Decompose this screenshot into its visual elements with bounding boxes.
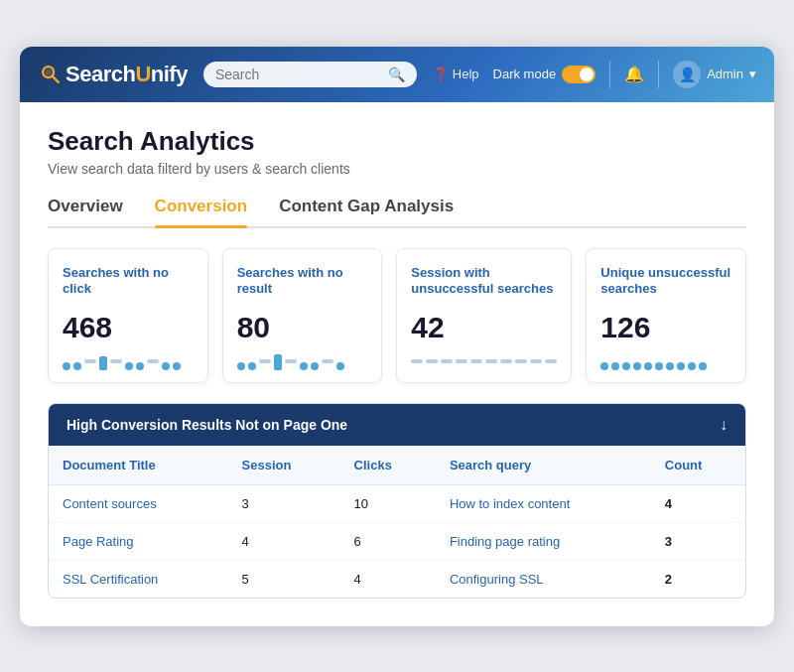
spark-el <box>699 362 707 370</box>
spark-el <box>73 362 81 370</box>
chevron-down-icon: ▾ <box>749 67 756 81</box>
spark-el <box>248 362 256 370</box>
sparkline-1 <box>237 352 368 370</box>
cell-count: 3 <box>651 522 745 560</box>
spark-el <box>633 362 641 370</box>
stat-cards: Searches with no click 468 Searches <box>48 248 746 383</box>
spark-el <box>110 359 122 363</box>
cell-doc-title: Content sources <box>49 484 228 522</box>
col-header-clicks: Clicks <box>340 446 436 485</box>
stat-value-3: 126 <box>600 311 731 344</box>
spark-el <box>611 362 619 370</box>
spark-el <box>515 359 527 363</box>
main-content: Search Analytics View search data filter… <box>20 102 774 626</box>
sparkline-0 <box>63 352 194 370</box>
spark-el <box>677 362 685 370</box>
spark-el <box>688 362 696 370</box>
divider2 <box>658 61 659 88</box>
spark-el <box>622 362 630 370</box>
spark-el <box>274 354 282 370</box>
sparkline-3 <box>600 352 731 370</box>
logo-icon <box>40 64 62 85</box>
stat-label-1: Searches with no result <box>237 265 368 301</box>
tab-overview[interactable]: Overview <box>48 197 123 226</box>
table-row: SSL Certification 5 4 Configuring SSL 2 <box>49 560 745 598</box>
page-subtitle: View search data filterd by users & sear… <box>48 161 746 177</box>
cell-clicks: 6 <box>340 522 436 560</box>
spark-el <box>136 362 144 370</box>
logo-area: SearchUnify <box>38 62 188 87</box>
tab-conversion[interactable]: Conversion <box>155 197 248 226</box>
stat-card-no-result: Searches with no result 80 <box>222 248 383 383</box>
stat-label-0: Searches with no click <box>63 265 194 301</box>
search-input[interactable] <box>215 67 380 82</box>
spark-el <box>644 362 652 370</box>
header: SearchUnify 🔍 ❓ Help Dark mode 🔔 👤 <box>20 47 774 102</box>
bell-icon[interactable]: 🔔 <box>624 65 644 83</box>
spark-el <box>470 359 482 363</box>
col-header-session: Session <box>228 446 340 485</box>
spark-el <box>411 359 423 363</box>
spark-el <box>456 359 467 363</box>
app-window: SearchUnify 🔍 ❓ Help Dark mode 🔔 👤 <box>20 47 774 626</box>
spark-el <box>84 359 96 363</box>
collapse-icon[interactable]: ↓ <box>720 416 728 434</box>
spark-el <box>285 359 297 363</box>
stat-card-unique-unsuccessful: Unique unsuccessful searches 126 <box>586 248 746 383</box>
spark-el <box>336 362 344 370</box>
stat-card-unsuccessful: Session with unsuccessful searches 42 <box>396 248 572 383</box>
cell-search-query: Configuring SSL <box>436 560 651 598</box>
svg-point-2 <box>46 68 52 74</box>
spark-el <box>441 359 453 363</box>
toggle-switch[interactable] <box>562 66 596 83</box>
stat-label-2: Session with unsuccessful searches <box>411 265 557 301</box>
spark-el <box>259 359 271 363</box>
spark-el <box>545 359 557 363</box>
toggle-knob <box>580 67 594 81</box>
tab-content-gap[interactable]: Content Gap Analysis <box>279 197 454 226</box>
search-icon[interactable]: 🔍 <box>388 67 405 82</box>
spark-el <box>500 359 512 363</box>
spark-el <box>655 362 663 370</box>
cell-search-query: How to index content <box>436 484 651 522</box>
col-header-count: Count <box>651 446 745 485</box>
search-bar[interactable]: 🔍 <box>203 62 417 87</box>
table-row: Content sources 3 10 How to index conten… <box>49 484 745 522</box>
spark-el <box>600 362 608 370</box>
stat-card-no-click: Searches with no click 468 <box>48 248 208 383</box>
cell-count: 2 <box>651 560 745 598</box>
table-header-bar[interactable]: High Conversion Results Not on Page One … <box>49 404 745 446</box>
spark-el <box>237 362 245 370</box>
col-header-search-query: Search query <box>436 446 651 485</box>
divider <box>609 61 610 88</box>
spark-el <box>99 356 107 370</box>
table-header-row: Document Title Session Clicks Search que… <box>49 446 745 485</box>
sparkline-2 <box>411 352 557 370</box>
spark-el <box>125 362 133 370</box>
help-icon: ❓ <box>433 67 449 81</box>
help-button[interactable]: ❓ Help <box>433 67 479 81</box>
cell-session: 4 <box>228 522 340 560</box>
spark-el <box>147 359 159 363</box>
stat-value-2: 42 <box>411 311 557 344</box>
page-title: Search Analytics <box>48 126 746 157</box>
cell-clicks: 10 <box>340 484 436 522</box>
cell-doc-title: Page Rating <box>49 522 228 560</box>
spark-el <box>426 359 438 363</box>
spark-el <box>63 362 70 370</box>
table-row: Page Rating 4 6 Finding page rating 3 <box>49 522 745 560</box>
cell-count: 4 <box>651 484 745 522</box>
spark-el <box>322 359 333 363</box>
spark-el <box>173 362 181 370</box>
avatar: 👤 <box>673 61 701 88</box>
admin-button[interactable]: 👤 Admin ▾ <box>673 61 756 88</box>
spark-el <box>530 359 542 363</box>
dark-mode-toggle[interactable]: Dark mode <box>493 66 596 83</box>
logo-text: SearchUnify <box>66 62 188 87</box>
table-header-label: High Conversion Results Not on Page One <box>66 417 347 433</box>
svg-line-1 <box>53 75 59 81</box>
table-section: High Conversion Results Not on Page One … <box>48 403 746 599</box>
spark-el <box>485 359 497 363</box>
cell-clicks: 4 <box>340 560 436 598</box>
header-actions: ❓ Help Dark mode 🔔 👤 Admin ▾ <box>433 61 756 88</box>
